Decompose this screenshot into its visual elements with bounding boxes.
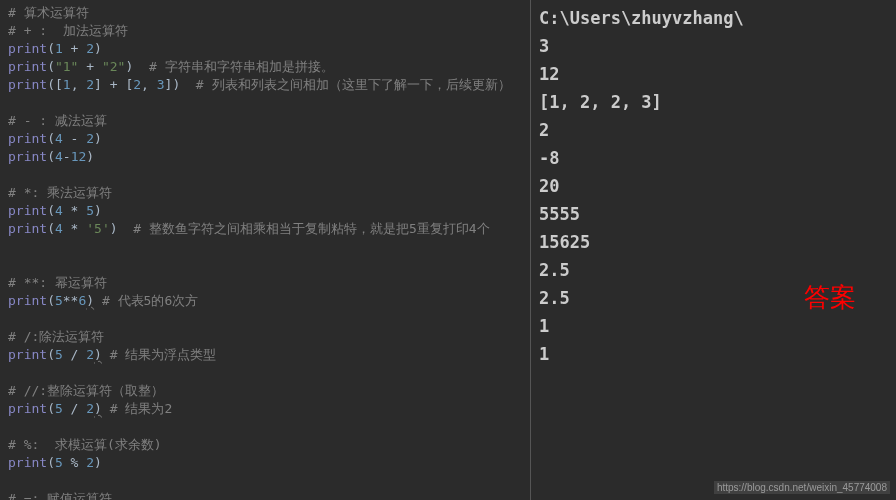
code-token: [ bbox=[55, 77, 63, 92]
code-token: * bbox=[63, 203, 86, 218]
code-token: / bbox=[63, 347, 86, 362]
code-token: # 算术运算符 bbox=[8, 5, 89, 20]
code-line[interactable]: print(4 - 2) bbox=[8, 130, 522, 148]
code-line[interactable]: print([1, 2] + [2, 3]) # 列表和列表之间相加（这里下了解… bbox=[8, 76, 522, 94]
code-token: ) bbox=[94, 41, 102, 56]
code-line[interactable]: # //:整除运算符（取整） bbox=[8, 382, 522, 400]
code-token bbox=[8, 365, 16, 380]
code-token: ( bbox=[47, 131, 55, 146]
watermark: https://blog.csdn.net/weixin_45774008 bbox=[714, 481, 890, 494]
code-line[interactable] bbox=[8, 418, 522, 436]
code-token: * bbox=[63, 221, 86, 236]
code-token: ) bbox=[94, 347, 102, 362]
code-token: print bbox=[8, 401, 47, 416]
code-token: - bbox=[63, 149, 71, 164]
code-line[interactable]: print(5 / 2) # 结果为2 bbox=[8, 400, 522, 418]
code-token: 2 bbox=[86, 347, 94, 362]
code-line[interactable]: print(4-12) bbox=[8, 148, 522, 166]
code-token: # **: 幂运算符 bbox=[8, 275, 107, 290]
code-line[interactable]: print(4 * '5') # 整数鱼字符之间相乘相当于复制粘特，就是把5重复… bbox=[8, 220, 522, 238]
code-token: ) bbox=[94, 455, 102, 470]
code-token: # *: 乘法运算符 bbox=[8, 185, 112, 200]
code-token: ( bbox=[47, 347, 55, 362]
code-token: + bbox=[63, 41, 86, 56]
code-token bbox=[8, 257, 16, 272]
code-line[interactable] bbox=[8, 238, 522, 256]
code-line[interactable]: print(5 % 2) bbox=[8, 454, 522, 472]
code-token: print bbox=[8, 293, 47, 308]
code-token: ( bbox=[47, 221, 55, 236]
code-token: 1 bbox=[63, 77, 71, 92]
code-token: ( bbox=[47, 455, 55, 470]
code-line[interactable] bbox=[8, 472, 522, 490]
code-token: + bbox=[102, 77, 125, 92]
code-line[interactable]: print(5 / 2) # 结果为浮点类型 bbox=[8, 346, 522, 364]
code-line[interactable]: # /:除法运算符 bbox=[8, 328, 522, 346]
code-token: 5 bbox=[55, 401, 63, 416]
code-token: ) bbox=[94, 203, 102, 218]
code-token: 5 bbox=[55, 455, 63, 470]
terminal-line: [1, 2, 2, 3] bbox=[539, 88, 888, 116]
code-token: print bbox=[8, 41, 47, 56]
terminal-line: C:\Users\zhuyvzhang\ bbox=[539, 4, 888, 32]
code-token: , bbox=[71, 77, 87, 92]
code-token: ( bbox=[47, 293, 55, 308]
code-token: 2 bbox=[86, 401, 94, 416]
code-token: 4 bbox=[55, 203, 63, 218]
code-token: 4 bbox=[55, 221, 63, 236]
terminal-line: 20 bbox=[539, 172, 888, 200]
code-line[interactable]: print(5**6) # 代表5的6次方 bbox=[8, 292, 522, 310]
terminal-output[interactable]: C:\Users\zhuyvzhang\312[1, 2, 2, 3]2-820… bbox=[530, 0, 896, 500]
code-line[interactable] bbox=[8, 256, 522, 274]
code-token: print bbox=[8, 131, 47, 146]
code-token bbox=[8, 311, 16, 326]
code-token: - bbox=[63, 131, 86, 146]
code-token: # 代表5的6次方 bbox=[94, 293, 198, 308]
code-token: ) bbox=[86, 149, 94, 164]
code-line[interactable] bbox=[8, 364, 522, 382]
code-token: 2 bbox=[86, 131, 94, 146]
code-token: # 结果为2 bbox=[102, 401, 172, 416]
code-token: 2 bbox=[86, 41, 94, 56]
code-line[interactable]: print(4 * 5) bbox=[8, 202, 522, 220]
code-token: ( bbox=[47, 401, 55, 416]
code-line[interactable]: # =: 赋值运算符 bbox=[8, 490, 522, 500]
code-token: # - : 减法运算 bbox=[8, 113, 107, 128]
code-line[interactable]: # **: 幂运算符 bbox=[8, 274, 522, 292]
code-token: ( bbox=[47, 59, 55, 74]
code-token: ] bbox=[94, 77, 102, 92]
terminal-line: 3 bbox=[539, 32, 888, 60]
answer-annotation: 答案 bbox=[804, 280, 856, 315]
code-token: '5' bbox=[86, 221, 109, 236]
terminal-line: 15625 bbox=[539, 228, 888, 256]
code-line[interactable]: # 算术运算符 bbox=[8, 4, 522, 22]
code-token: print bbox=[8, 221, 47, 236]
code-token: + bbox=[78, 59, 101, 74]
code-token: # %: 求模运算(求余数) bbox=[8, 437, 162, 452]
code-token: print bbox=[8, 77, 47, 92]
terminal-line: 1 bbox=[539, 312, 888, 340]
code-token: print bbox=[8, 347, 47, 362]
code-line[interactable] bbox=[8, 94, 522, 112]
code-token: ** bbox=[63, 293, 79, 308]
code-token: print bbox=[8, 203, 47, 218]
code-line[interactable]: # + : 加法运算符 bbox=[8, 22, 522, 40]
code-token: 1 bbox=[55, 41, 63, 56]
code-line[interactable]: # - : 减法运算 bbox=[8, 112, 522, 130]
code-line[interactable]: # %: 求模运算(求余数) bbox=[8, 436, 522, 454]
code-token: # 整数鱼字符之间相乘相当于复制粘特，就是把5重复打印4个 bbox=[118, 221, 490, 236]
terminal-line: -8 bbox=[539, 144, 888, 172]
code-token bbox=[8, 419, 16, 434]
code-editor[interactable]: # 算术运算符# + : 加法运算符print(1 + 2)print("1" … bbox=[0, 0, 530, 500]
code-token: / bbox=[63, 401, 86, 416]
code-token: print bbox=[8, 149, 47, 164]
code-line[interactable] bbox=[8, 166, 522, 184]
code-line[interactable]: print(1 + 2) bbox=[8, 40, 522, 58]
code-line[interactable]: print("1" + "2") # 字符串和字符串相加是拼接。 bbox=[8, 58, 522, 76]
code-token: 5 bbox=[55, 347, 63, 362]
code-token: 5 bbox=[55, 293, 63, 308]
code-line[interactable] bbox=[8, 310, 522, 328]
code-token bbox=[8, 167, 16, 182]
code-token: print bbox=[8, 455, 47, 470]
code-line[interactable]: # *: 乘法运算符 bbox=[8, 184, 522, 202]
